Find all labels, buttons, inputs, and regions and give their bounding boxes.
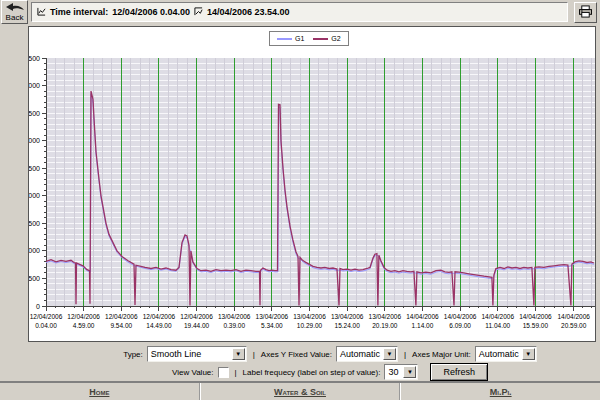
time-interval-label: Time interval: xyxy=(50,7,108,17)
view-value-label: View Value: xyxy=(172,368,214,377)
controls-row-2: View Value: | Label frequecy (label on s… xyxy=(0,363,600,381)
top-toolbar: Back Time interval: 12/04/2006 0.04.00 1… xyxy=(0,0,600,26)
chevron-down-icon[interactable]: ▼ xyxy=(383,348,396,360)
axes-y-fixed-value-select[interactable]: Automatic ▼ xyxy=(336,346,398,362)
svg-text:12/04/2006: 12/04/2006 xyxy=(67,313,100,320)
svg-text:14.49.00: 14.49.00 xyxy=(146,322,172,329)
legend-label-g1: G1 xyxy=(295,35,304,42)
svg-text:12/04/2006: 12/04/2006 xyxy=(143,313,176,320)
footer-cell-water-soil: Water & Soil xyxy=(200,383,401,400)
chart-legend: G1 G2 xyxy=(269,31,349,46)
chart-plot: 05001000150020002500300035004000450012/0… xyxy=(29,27,595,341)
svg-text:12/04/2006: 12/04/2006 xyxy=(30,313,63,320)
svg-text:19.44.00: 19.44.00 xyxy=(184,322,210,329)
svg-text:14/04/2006: 14/04/2006 xyxy=(444,313,477,320)
type-select[interactable]: Smooth Line ▼ xyxy=(147,346,247,362)
legend-label-g2: G2 xyxy=(331,35,340,42)
interval-end-icon xyxy=(194,7,203,18)
svg-text:12/04/2006: 12/04/2006 xyxy=(180,313,213,320)
chart-panel: 05001000150020002500300035004000450012/0… xyxy=(28,26,596,342)
svg-text:9.54.00: 9.54.00 xyxy=(110,322,132,329)
svg-text:13/04/2006: 13/04/2006 xyxy=(256,313,289,320)
print-button[interactable] xyxy=(574,2,597,23)
svg-text:14/04/2006: 14/04/2006 xyxy=(557,313,590,320)
printer-icon xyxy=(578,4,593,22)
footer-link-mipi[interactable]: Mi.Pi. xyxy=(490,387,512,397)
svg-text:15.59.00: 15.59.00 xyxy=(523,322,549,329)
svg-text:1500: 1500 xyxy=(29,220,40,227)
svg-text:14/04/2006: 14/04/2006 xyxy=(481,313,514,320)
svg-text:2500: 2500 xyxy=(29,165,40,172)
refresh-button[interactable]: Refresh xyxy=(430,363,488,381)
footer-nav: Home Water & Soil Mi.Pi. xyxy=(0,381,600,400)
back-button-label: Back xyxy=(6,13,24,22)
svg-text:1000: 1000 xyxy=(29,247,40,254)
svg-text:5.34.00: 5.34.00 xyxy=(261,322,283,329)
view-value-checkbox[interactable] xyxy=(218,367,229,378)
separator: | xyxy=(253,350,255,359)
axes-major-unit-value: Automatic xyxy=(479,349,519,359)
back-arrow-icon xyxy=(5,2,25,13)
svg-text:4000: 4000 xyxy=(29,82,40,89)
svg-text:3000: 3000 xyxy=(29,137,40,144)
svg-text:14/04/2006: 14/04/2006 xyxy=(406,313,439,320)
svg-text:13/04/2006: 13/04/2006 xyxy=(331,313,364,320)
legend-line-sample-g1 xyxy=(277,38,292,40)
svg-text:500: 500 xyxy=(29,275,40,282)
svg-text:3500: 3500 xyxy=(29,110,40,117)
svg-text:1.14.00: 1.14.00 xyxy=(412,322,434,329)
svg-text:11.04.00: 11.04.00 xyxy=(485,322,510,329)
svg-text:2000: 2000 xyxy=(29,192,40,199)
footer-cell-home: Home xyxy=(0,383,200,400)
svg-text:13/04/2006: 13/04/2006 xyxy=(369,313,402,320)
svg-text:4.59.00: 4.59.00 xyxy=(73,322,95,329)
legend-item-g2: G2 xyxy=(313,35,340,42)
svg-text:0.04.00: 0.04.00 xyxy=(35,322,57,329)
svg-text:4500: 4500 xyxy=(29,55,40,62)
axes-y-fixed-value: Automatic xyxy=(340,349,380,359)
footer-cell-mipi: Mi.Pi. xyxy=(400,383,600,400)
svg-text:20.59.00: 20.59.00 xyxy=(561,322,587,329)
axes-y-fixed-value-label: Axes Y Fixed Value: xyxy=(261,350,332,359)
chart-controls: Type: Smooth Line ▼ | Axes Y Fixed Value… xyxy=(0,342,600,381)
type-select-value: Smooth Line xyxy=(151,349,202,359)
legend-item-g1: G1 xyxy=(277,35,304,42)
svg-text:12/04/2006: 12/04/2006 xyxy=(105,313,138,320)
footer-link-home[interactable]: Home xyxy=(89,387,109,397)
svg-text:13/04/2006: 13/04/2006 xyxy=(293,313,326,320)
svg-text:6.09.00: 6.09.00 xyxy=(449,322,471,329)
interval-start-icon xyxy=(37,7,46,18)
svg-text:0.39.00: 0.39.00 xyxy=(223,322,245,329)
label-frequency-value: 30 xyxy=(388,367,398,377)
svg-text:10.29.00: 10.29.00 xyxy=(297,322,323,329)
axes-major-unit-select[interactable]: Automatic ▼ xyxy=(475,346,537,362)
svg-text:20.19.00: 20.19.00 xyxy=(372,322,398,329)
separator: | xyxy=(404,350,406,359)
chevron-down-icon[interactable]: ▼ xyxy=(522,348,535,360)
svg-text:14/04/2006: 14/04/2006 xyxy=(519,313,552,320)
svg-text:0: 0 xyxy=(36,303,40,310)
svg-text:15.24.00: 15.24.00 xyxy=(335,322,361,329)
time-interval-end: 14/04/2006 23.54.00 xyxy=(207,7,290,17)
time-interval-start: 12/04/2006 0.04.00 xyxy=(112,7,190,17)
time-interval-field: Time interval: 12/04/2006 0.04.00 14/04/… xyxy=(31,2,568,22)
legend-line-sample-g2 xyxy=(313,38,328,40)
svg-text:13/04/2006: 13/04/2006 xyxy=(218,313,251,320)
footer-link-water-soil[interactable]: Water & Soil xyxy=(274,387,326,397)
axes-major-unit-label: Axes Major Unit: xyxy=(412,350,471,359)
back-button[interactable]: Back xyxy=(1,0,28,24)
chevron-down-icon[interactable]: ▼ xyxy=(403,366,416,378)
chevron-down-icon[interactable]: ▼ xyxy=(232,348,245,360)
controls-row-1: Type: Smooth Line ▼ | Axes Y Fixed Value… xyxy=(0,346,600,362)
label-frequency-select[interactable]: 30 ▼ xyxy=(384,364,418,380)
type-label: Type: xyxy=(123,350,143,359)
separator: | xyxy=(235,368,237,377)
label-frequency-label: Label frequecy (label on step of value): xyxy=(243,368,381,377)
